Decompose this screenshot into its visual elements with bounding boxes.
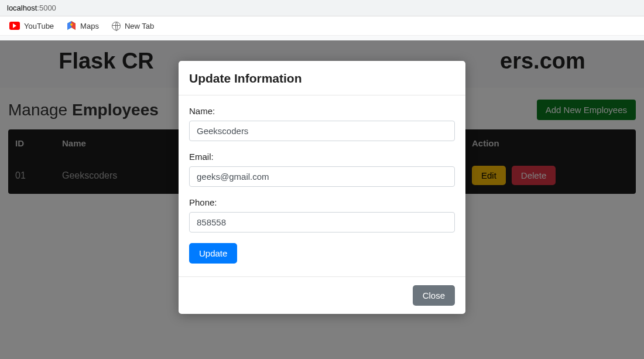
email-label: Email: — [189, 152, 455, 162]
phone-input[interactable] — [189, 212, 455, 233]
bookmark-label: YouTube — [24, 22, 54, 30]
maps-icon — [67, 21, 76, 30]
form-group-phone: Phone: — [189, 197, 455, 233]
modal-body: Name: Email: Phone: Update — [179, 95, 465, 276]
name-input[interactable] — [189, 121, 455, 141]
phone-label: Phone: — [189, 197, 455, 207]
bookmark-maps[interactable]: Maps — [67, 21, 99, 30]
name-label: Name: — [189, 106, 455, 116]
bookmark-youtube[interactable]: YouTube — [9, 22, 54, 30]
url-bar[interactable]: localhost:5000 — [0, 0, 644, 16]
modal-footer: Close — [179, 276, 465, 314]
youtube-icon — [9, 22, 20, 30]
svg-point-0 — [70, 23, 73, 26]
update-button[interactable]: Update — [189, 243, 237, 264]
update-modal: Update Information Name: Email: Phone: U… — [179, 61, 465, 314]
close-button[interactable]: Close — [413, 285, 455, 306]
url-host: localhost — [7, 4, 37, 12]
bookmark-label: Maps — [80, 22, 99, 30]
form-group-email: Email: — [189, 152, 455, 187]
email-input[interactable] — [189, 166, 455, 187]
modal-title: Update Information — [189, 71, 455, 86]
modal-header: Update Information — [179, 61, 465, 95]
bookmarks-bar: YouTube Maps New Tab — [0, 16, 644, 36]
form-group-name: Name: — [189, 106, 455, 141]
bookmark-label: New Tab — [125, 22, 154, 30]
bookmark-newtab[interactable]: New Tab — [112, 22, 154, 30]
url-port: :5000 — [37, 4, 56, 12]
globe-icon — [112, 22, 121, 30]
